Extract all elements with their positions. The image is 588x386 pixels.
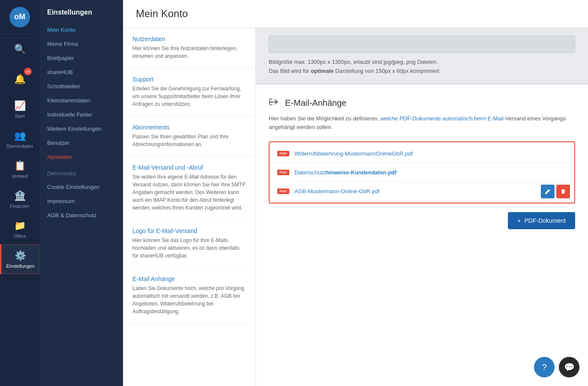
nav-item-einstellungen[interactable]: ⚙️ Einstellungen (0, 244, 39, 274)
email-attachments-section: E-Mail-Anhänge Hier haben Sie die Möglic… (256, 84, 588, 386)
logo-avatar: oM (9, 7, 30, 27)
file-item-3: PDF AGB-Mustermann-Online-GbR.pdf (270, 182, 574, 200)
add-pdf-label: PDF-Dokument (525, 217, 566, 224)
email-attachment-icon (269, 97, 280, 109)
settings-item-title-email-versand: E-Mail-Versand und -Abruf (132, 164, 246, 171)
image-info-area: Bildgröße max. 1300px x 1300px, erlaubt … (256, 28, 588, 84)
sidebar-item-schnittstellen[interactable]: Schnittstellen (39, 79, 123, 93)
bank-icon: 🏦 (14, 190, 26, 201)
nav-item-search[interactable]: 🔍 (0, 34, 39, 64)
settings-item-nutzerdaten[interactable]: Nutzerdaten Hier können Sie Ihre Nutzerd… (123, 28, 255, 68)
settings-item-email-anhaenge[interactable]: E-Mail Anhänge Laden Sie Dokumente hoch,… (123, 268, 255, 323)
settings-item-title-logo-email: Logo für E-Mail-Versand (132, 227, 246, 234)
content-area: Nutzerdaten Hier können Sie Ihre Nutzerd… (123, 28, 588, 386)
settings-item-abonnements[interactable]: Abonnements Passen Sie Ihren gewählten P… (123, 116, 255, 156)
file-name-3[interactable]: AGB-Mustermann-Online-GbR.pdf (294, 188, 380, 194)
nav-label-verkauf: Verkauf (12, 174, 27, 179)
logo-initials: oM (14, 12, 25, 21)
file-name-1[interactable]: Widerrufsbelehrung-MustermannOnlineGbR.p… (294, 150, 413, 157)
right-panel: Bildgröße max. 1300px x 1300px, erlaubt … (256, 28, 588, 386)
edit-file-button[interactable] (541, 185, 555, 198)
sidebar-item-sharehub[interactable]: shareHUB (39, 65, 123, 79)
settings-menu: Nutzerdaten Hier können Sie Ihre Nutzerd… (123, 28, 256, 386)
email-attachments-title: E-Mail-Anhänge (285, 98, 346, 108)
email-attachments-description: Hier haben Sie die Möglichkeit zu defini… (269, 114, 575, 132)
settings-item-title-abonnements: Abonnements (132, 124, 246, 131)
add-pdf-container: + PDF-Dokument (269, 212, 575, 229)
settings-item-logo-email[interactable]: Logo für E-Mail-Versand Hier können Sie … (123, 220, 255, 268)
settings-item-desc-support: Erteilen Sie die Genehmigung zur Fernwar… (132, 85, 246, 108)
nav-label-start: Start (15, 114, 24, 119)
sidebar-item-cookie[interactable]: Cookie Einstellungen (39, 180, 123, 194)
nav-item-notifications[interactable]: 🔔 16 (0, 64, 39, 94)
sidebar-item-agb[interactable]: AGB & Datenschutz (39, 208, 123, 222)
pdf-badge-3: PDF (277, 189, 289, 194)
floating-buttons: ? 💬 (534, 357, 579, 377)
nav-item-finanzen[interactable]: 🏦 Finanzen (0, 184, 39, 214)
nav-logo: oM (0, 0, 39, 34)
sidebar-item-mein-konto[interactable]: Mein Konto (39, 23, 123, 37)
sidebar-item-briefpapier[interactable]: Briefpapier (39, 51, 123, 65)
nav-item-stammdaten[interactable]: 👥 Stammdaten (0, 124, 39, 154)
main-content: Mein Konto Nutzerdaten Hier können Sie I… (123, 0, 588, 386)
sidebar-item-abmelden[interactable]: Abmelden (39, 150, 123, 164)
nav-label-finanzen: Finanzen (10, 203, 29, 209)
help-icon: ? (542, 362, 546, 372)
section-header: E-Mail-Anhänge (269, 97, 575, 109)
sidebar-item-impressum[interactable]: Impressum (39, 194, 123, 208)
sidebar-item-meine-firma[interactable]: Meine Firma (39, 37, 123, 51)
image-size-info: Bildgröße max. 1300px x 1300px, erlaubt … (269, 58, 575, 76)
nav-item-office[interactable]: 📁 Office (0, 214, 39, 244)
chat-button[interactable]: 💬 (559, 357, 579, 377)
nav-label-stammdaten: Stammdaten (6, 144, 33, 149)
settings-item-title-email-anhaenge: E-Mail Anhänge (132, 275, 246, 282)
help-button[interactable]: ? (534, 357, 555, 377)
folder-icon: 📁 (14, 220, 26, 231)
sidebar-section-title: Einstellungen (39, 9, 123, 23)
settings-item-desc-abonnements: Passen Sie Ihren gewählten Plan und Ihre… (132, 133, 246, 148)
settings-item-support[interactable]: Support Erteilen Sie die Genehmigung zur… (123, 68, 255, 116)
settings-item-email-versand[interactable]: E-Mail-Versand und -Abruf Sie wollen Ihr… (123, 156, 255, 220)
description-link[interactable]: welche PDF-Dokumente automatisch beim E-… (381, 115, 505, 122)
delete-file-button[interactable] (556, 185, 570, 198)
settings-item-desc-logo-email: Hier können Sie das Logo für Ihre E-Mail… (132, 236, 246, 260)
sidebar-demo-label: Demomodus (39, 164, 123, 180)
sidebar: Einstellungen Mein Konto Meine Firma Bri… (39, 0, 123, 386)
nav-label-office: Office (14, 233, 26, 239)
pdf-badge-2: PDF (277, 170, 289, 175)
settings-item-desc-email-versand: Sie wollen Ihre eigene E-Mail Adresse fü… (132, 173, 246, 212)
gear-icon: ⚙️ (15, 250, 26, 261)
sidebar-item-kleinstammdaten[interactable]: Kleinstammdaten (39, 93, 123, 108)
nav-label-einstellungen: Einstellungen (6, 263, 34, 269)
file-action-buttons (541, 185, 570, 198)
left-navigation: oM 🔍 🔔 16 📈 Start 👥 Stammdaten 📋 Verkauf… (0, 0, 39, 386)
file-item-1: PDF Widerrufsbelehrung-MustermannOnlineG… (270, 144, 574, 163)
clipboard-icon: 📋 (14, 160, 26, 171)
page-title: Mein Konto (136, 8, 575, 20)
nav-item-verkauf[interactable]: 📋 Verkauf (0, 154, 39, 184)
settings-item-title-nutzerdaten: Nutzerdaten (132, 36, 246, 42)
add-pdf-button[interactable]: + PDF-Dokument (508, 212, 575, 229)
file-item-2: PDF Datenschutzhinweise-Kundendaten.pdf (270, 163, 574, 182)
bell-icon: 🔔 (14, 74, 26, 85)
add-pdf-plus-icon: + (517, 217, 521, 224)
sidebar-item-weitere-einstellungen[interactable]: Weitere Einstellungen (39, 122, 123, 136)
page-header: Mein Konto (123, 0, 588, 28)
pdf-badge-1: PDF (277, 151, 289, 156)
users-icon: 👥 (14, 130, 26, 141)
sidebar-item-benutzer[interactable]: Benutzer (39, 136, 123, 150)
chart-icon: 📈 (14, 100, 26, 111)
settings-item-title-support: Support (132, 76, 246, 83)
nav-item-start[interactable]: 📈 Start (0, 94, 39, 124)
sidebar-item-individuelle-felder[interactable]: Individuelle Felder (39, 108, 123, 122)
settings-item-desc-email-anhaenge: Laden Sie Dokumente hoch, welche pro Vor… (132, 284, 246, 315)
settings-item-desc-nutzerdaten: Hier können Sie Ihre Nutzerdaten hinterl… (132, 45, 246, 60)
notification-badge: 16 (24, 68, 32, 75)
search-icon: 🔍 (14, 44, 26, 55)
file-name-2[interactable]: Datenschutzhinweise-Kundendaten.pdf (294, 169, 396, 176)
chat-icon: 💬 (564, 362, 575, 372)
file-list-box: PDF Widerrufsbelehrung-MustermannOnlineG… (269, 141, 575, 203)
